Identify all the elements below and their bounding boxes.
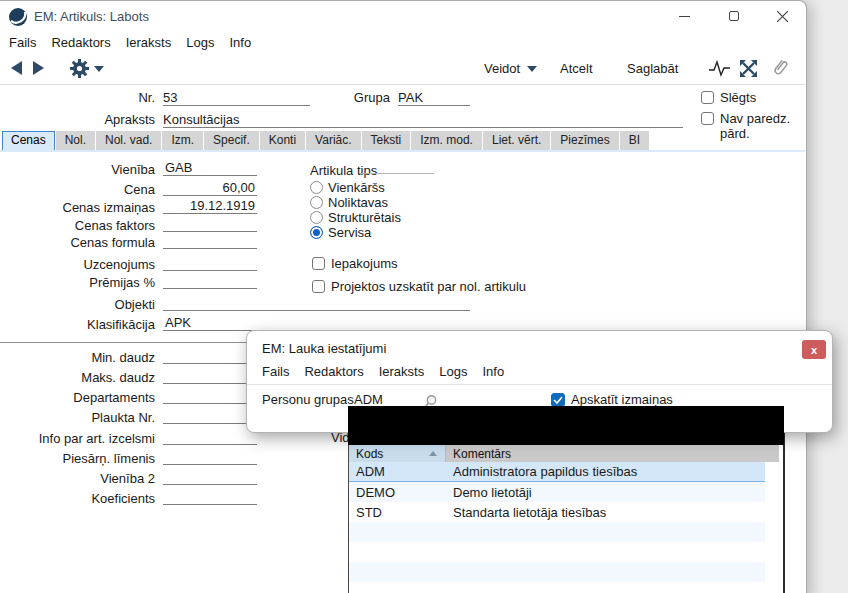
attachment-button[interactable]	[771, 58, 789, 82]
field-input-cenas-formula[interactable]	[163, 233, 257, 249]
menu-item-fails[interactable]: Fails	[9, 35, 36, 50]
field-input-vien-ba-2[interactable]	[163, 469, 257, 485]
field-value-vien-ba: GAB	[163, 160, 257, 175]
table-row-empty[interactable]	[349, 582, 765, 593]
nr-value[interactable]: 53	[163, 90, 177, 105]
radio-vienk-r-s[interactable]	[310, 181, 323, 194]
menu-item-redaktors[interactable]: Redaktors	[51, 35, 110, 50]
maximize-button[interactable]	[711, 1, 757, 31]
field-input-cenas-izmai-as[interactable]: 19.12.1919	[163, 198, 257, 214]
apraksts-value[interactable]: Konsultācijas	[163, 112, 240, 127]
personu-grupas-label: Personu grupas	[262, 392, 354, 407]
field-label-uzcenojums: Uzcenojums	[0, 257, 155, 272]
tab-cenas[interactable]: Cenas	[2, 131, 55, 150]
field-label-maks-daudz: Maks. daudz	[0, 370, 155, 385]
field-value-cenas-izmai-as: 19.12.1919	[163, 198, 257, 213]
table-row-adm[interactable]: ADMAdministratora papildus tiesības	[349, 462, 765, 482]
tab-liet-v-rt[interactable]: Liet. vērt.	[483, 131, 550, 150]
field-input-cenas-faktors[interactable]	[163, 216, 257, 232]
cell-kods: STD	[349, 505, 446, 520]
field-input-maks-daudz[interactable]	[163, 368, 257, 384]
field-label-cenas-izmai-as: Cenas izmaiņas	[0, 200, 155, 215]
pulse-icon	[708, 60, 731, 77]
nav-paredz-checkbox[interactable]	[701, 112, 714, 125]
popup-menu-item-ieraksts[interactable]: Ieraksts	[379, 364, 425, 382]
table-row-demo[interactable]: DEMODemo lietotāji	[349, 482, 765, 502]
field-input-plaukta-nr[interactable]	[163, 408, 257, 424]
field-input-uzcenojums[interactable]	[163, 255, 257, 271]
field-input-cena[interactable]: 60,00	[163, 180, 257, 196]
minimize-button[interactable]	[661, 1, 707, 31]
menu-item-info[interactable]: Info	[229, 35, 251, 50]
popup-menu-item-logs[interactable]: Logs	[439, 364, 467, 382]
field-input-klasifik-cija[interactable]: APK	[163, 315, 470, 331]
menu-item-logs[interactable]: Logs	[186, 35, 214, 50]
table-row-empty[interactable]	[349, 542, 765, 562]
settings-gear-button[interactable]	[70, 59, 104, 78]
field-value-klasifik-cija: APK	[163, 315, 470, 330]
table-row-empty[interactable]	[349, 522, 765, 542]
grid-header-kods[interactable]: Kods	[349, 445, 446, 462]
close-button[interactable]	[759, 1, 805, 31]
cell-kods: ADM	[349, 464, 446, 479]
atcelt-button[interactable]: Atcelt	[560, 53, 593, 84]
grupa-input-line[interactable]	[398, 105, 470, 106]
grid-header-komentars[interactable]: Komentārs	[446, 445, 779, 462]
apskatit-izmainas-checkbox[interactable]	[551, 393, 565, 407]
field-label-pr-mijas: Prēmijas %	[0, 275, 155, 290]
tab-piez-mes[interactable]: Piezīmes	[551, 131, 618, 150]
veidot-button[interactable]: Veidot	[484, 53, 537, 84]
cell-komentars: Standarta lietotāja tiesības	[446, 505, 765, 520]
radio-struktur-tais[interactable]	[310, 211, 323, 224]
grupa-value[interactable]: PAK	[398, 90, 423, 105]
activity-pulse-button[interactable]	[708, 60, 731, 80]
field-input-objekti[interactable]	[163, 295, 470, 311]
cell-kods: DEMO	[349, 485, 446, 500]
field-input-departaments[interactable]	[163, 388, 257, 404]
toolbar-separator	[0, 84, 805, 85]
popup-menubar: FailsRedaktorsIerakstsLogsInfo	[262, 364, 504, 382]
field-input-koeficients[interactable]	[163, 489, 257, 505]
tab-teksti[interactable]: Teksti	[362, 131, 411, 150]
artikula-tips-line	[360, 173, 434, 174]
sort-ascending-icon	[429, 451, 437, 456]
tab-konti[interactable]: Konti	[260, 131, 305, 150]
tab-specif[interactable]: Specif.	[204, 131, 259, 150]
popup-divider	[247, 384, 832, 385]
paperclip-icon	[771, 58, 789, 79]
checkbox-iepakojums[interactable]	[312, 257, 325, 270]
field-input-pr-mijas[interactable]	[163, 273, 257, 289]
grid-rows: ADMAdministratora papildus tiesībasDEMOD…	[349, 462, 765, 593]
radio-label-servisa: Servisa	[328, 225, 371, 240]
field-input-info-par-art-izcelsmi[interactable]	[163, 429, 257, 445]
table-row-empty[interactable]	[349, 562, 765, 582]
saglabat-button[interactable]: Saglabāt	[627, 53, 678, 84]
tab-vari-c[interactable]: Variāc.	[306, 131, 360, 150]
field-input-min-daudz[interactable]	[163, 348, 257, 364]
tab-nol[interactable]: Nol.	[56, 131, 95, 150]
forward-arrow-icon[interactable]	[33, 61, 44, 75]
tab-bi[interactable]: BI	[620, 131, 649, 150]
artikula-tips-label: Artikula tips	[310, 163, 377, 178]
field-input-pies-r-l-menis[interactable]	[163, 449, 257, 465]
tab-izm[interactable]: Izm.	[162, 131, 203, 150]
popup-menu-item-redaktors[interactable]: Redaktors	[304, 364, 363, 382]
tab-nol-vad[interactable]: Nol. vad.	[96, 131, 161, 150]
personu-grupas-value[interactable]: ADM	[354, 392, 383, 407]
tab-izm-mod[interactable]: Izm. mod.	[411, 131, 482, 150]
radio-noliktavas[interactable]	[310, 196, 323, 209]
radio-servisa[interactable]	[310, 226, 323, 239]
nr-input-line[interactable]	[163, 105, 310, 106]
gear-dropdown-caret-icon	[94, 66, 104, 72]
checkbox-projektos-uzskat-t-par-nol-artikulu[interactable]	[312, 280, 325, 293]
field-input-vien-ba[interactable]: GAB	[163, 160, 257, 176]
popup-menu-item-info[interactable]: Info	[482, 364, 504, 382]
slegts-checkbox[interactable]	[701, 91, 714, 104]
menu-item-ieraksts[interactable]: Ieraksts	[126, 35, 172, 50]
expand-button[interactable]	[740, 60, 757, 80]
popup-menu-item-fails[interactable]: Fails	[262, 364, 289, 382]
back-arrow-icon[interactable]	[11, 61, 22, 75]
apraksts-input-line[interactable]	[163, 127, 683, 128]
table-row-std[interactable]: STDStandarta lietotāja tiesības	[349, 502, 765, 522]
popup-close-button[interactable]: x	[802, 340, 826, 359]
